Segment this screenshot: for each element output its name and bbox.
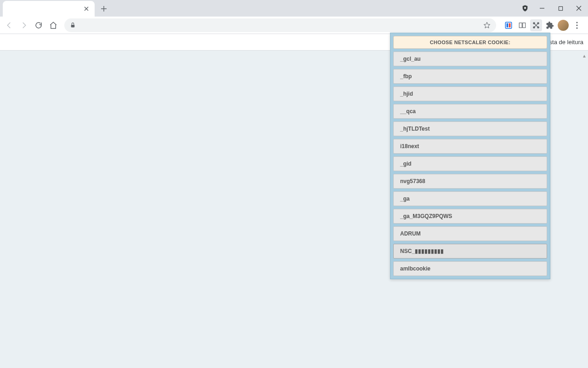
- cookie-item[interactable]: ADRUM: [393, 226, 547, 241]
- cookie-item[interactable]: __qca: [393, 104, 547, 119]
- popup-header: CHOOSE NETSCALER COOKIE:: [393, 36, 547, 49]
- close-tab-icon[interactable]: [83, 5, 90, 12]
- reload-button[interactable]: [32, 19, 45, 32]
- back-button[interactable]: [3, 19, 16, 32]
- home-button[interactable]: [47, 19, 60, 32]
- browser-tab[interactable]: [3, 1, 95, 17]
- close-window-button[interactable]: [570, 1, 588, 15]
- extensions-puzzle-icon[interactable]: [544, 19, 556, 31]
- lock-icon[interactable]: [70, 22, 76, 28]
- bookmark-star-icon[interactable]: [483, 22, 491, 29]
- extension-popup: CHOOSE NETSCALER COOKIE: _gcl_au_fbp_hji…: [390, 33, 550, 279]
- extension-icon-1[interactable]: [503, 19, 514, 31]
- svg-rect-6: [519, 23, 522, 28]
- svg-point-13: [576, 24, 577, 26]
- cookie-list: _gcl_au_fbp_hjid__qca_hjTLDTesti18next_g…: [393, 52, 547, 276]
- cookie-item[interactable]: _ga_M3GQZ9PQWS: [393, 209, 547, 224]
- svg-rect-4: [507, 23, 509, 27]
- svg-rect-7: [523, 23, 526, 28]
- svg-rect-5: [509, 23, 511, 27]
- reading-list-label: Lista de leitura: [544, 39, 583, 46]
- extension-icons: [501, 19, 585, 32]
- extension-icon-2[interactable]: [516, 19, 528, 31]
- new-tab-button[interactable]: [97, 2, 110, 15]
- minimize-button[interactable]: [533, 1, 551, 15]
- toolbar: [0, 17, 588, 34]
- window-controls: [521, 0, 588, 17]
- svg-rect-3: [505, 22, 512, 29]
- cookie-item[interactable]: _gid: [393, 156, 547, 171]
- profile-avatar[interactable]: [558, 20, 569, 31]
- cookie-item[interactable]: _hjid: [393, 86, 547, 101]
- cookie-item[interactable]: _gcl_au: [393, 52, 547, 66]
- tab-strip: [0, 0, 588, 17]
- svg-point-12: [576, 22, 577, 23]
- scroll-up-arrow[interactable]: ▲: [582, 53, 587, 58]
- cookie-item[interactable]: NSC_▮▮▮▮▮▮▮▮▮: [393, 244, 547, 259]
- forward-button[interactable]: [17, 19, 30, 32]
- svg-point-0: [524, 7, 526, 9]
- cookie-item[interactable]: i18next: [393, 139, 547, 154]
- netscaler-extension-icon[interactable]: [530, 19, 542, 31]
- maximize-button[interactable]: [551, 1, 570, 15]
- svg-rect-2: [71, 25, 75, 27]
- cookie-item[interactable]: _hjTLDTest: [393, 121, 547, 136]
- cookie-item[interactable]: nvg57368: [393, 174, 547, 189]
- chrome-menu-button[interactable]: [571, 19, 583, 32]
- privacy-shield-icon[interactable]: [521, 4, 529, 12]
- cookie-item[interactable]: _fbp: [393, 69, 547, 84]
- svg-point-14: [576, 27, 577, 29]
- cookie-item[interactable]: amlbcookie: [393, 261, 547, 276]
- url-input[interactable]: [79, 22, 480, 29]
- svg-rect-1: [559, 6, 562, 10]
- cookie-item[interactable]: _ga: [393, 191, 547, 206]
- address-bar[interactable]: [64, 18, 496, 32]
